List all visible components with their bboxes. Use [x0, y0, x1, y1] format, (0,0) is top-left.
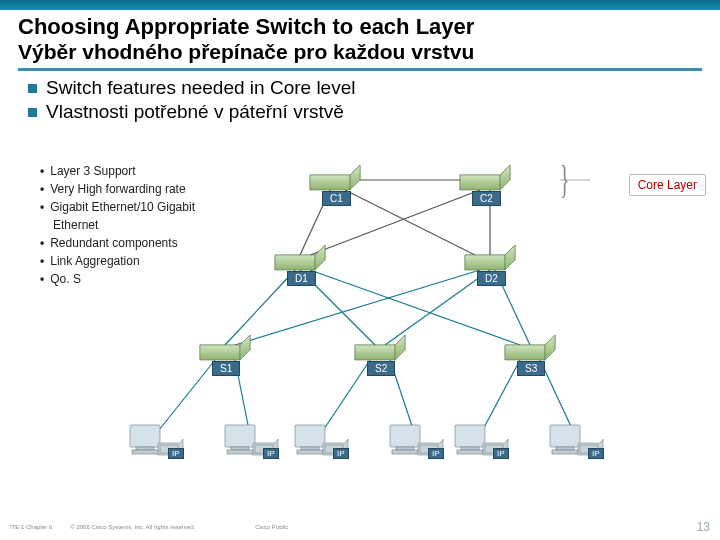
bullet-square-icon [28, 84, 37, 93]
svg-rect-40 [136, 447, 154, 450]
label-ip: IP [493, 448, 509, 459]
switch-icon [310, 165, 360, 190]
svg-marker-25 [275, 255, 315, 270]
svg-marker-29 [505, 245, 515, 270]
label-ip: IP [428, 448, 444, 459]
svg-rect-55 [396, 447, 414, 450]
svg-rect-61 [457, 450, 483, 454]
top-accent-bar [0, 0, 720, 10]
title-block: Choosing Appropriate Switch to each Laye… [0, 10, 720, 66]
svg-marker-32 [240, 335, 250, 360]
svg-marker-28 [465, 255, 505, 270]
svg-marker-19 [310, 175, 350, 190]
svg-marker-35 [395, 335, 405, 360]
label-ip: IP [588, 448, 604, 459]
svg-line-11 [155, 360, 215, 435]
title-english: Choosing Appropriate Switch to each Laye… [18, 14, 702, 40]
brace-icon: } [560, 156, 570, 203]
core-layer-callout: Core Layer [629, 174, 706, 196]
main-bullet-list: Switch features needed in Core level Vla… [0, 77, 720, 123]
svg-rect-66 [552, 450, 578, 454]
svg-marker-22 [460, 175, 500, 190]
footer-left: ITE 1 Chapter 6 [10, 524, 52, 530]
svg-line-16 [540, 360, 575, 435]
svg-line-13 [320, 360, 370, 435]
svg-rect-59 [455, 425, 485, 447]
svg-rect-49 [295, 425, 325, 447]
svg-marker-23 [500, 165, 510, 190]
svg-rect-54 [390, 425, 420, 447]
svg-line-15 [480, 360, 520, 435]
svg-rect-39 [130, 425, 160, 447]
svg-line-5 [225, 270, 295, 345]
svg-marker-38 [545, 335, 555, 360]
label-ip: IP [263, 448, 279, 459]
label-d1: D1 [287, 271, 316, 286]
svg-rect-65 [556, 447, 574, 450]
switch-icon [355, 335, 405, 360]
label-s2: S2 [367, 361, 395, 376]
svg-rect-51 [297, 450, 323, 454]
page-number: 13 [697, 520, 710, 534]
svg-marker-26 [315, 245, 325, 270]
bullet-text-en: Switch features needed in Core level [46, 77, 355, 99]
svg-rect-60 [461, 447, 479, 450]
footer-right: Cisco Public [255, 524, 288, 530]
bullet-row: Vlastnosti potřebné v páteřní vrstvě [28, 101, 698, 123]
svg-rect-44 [225, 425, 255, 447]
label-ip: IP [168, 448, 184, 459]
svg-rect-46 [227, 450, 253, 454]
svg-line-8 [235, 270, 480, 345]
bullet-row: Switch features needed in Core level [28, 77, 698, 99]
svg-marker-34 [355, 345, 395, 360]
switch-icon [275, 245, 325, 270]
svg-rect-56 [392, 450, 418, 454]
label-ip: IP [333, 448, 349, 459]
svg-marker-31 [200, 345, 240, 360]
label-s3: S3 [517, 361, 545, 376]
svg-rect-45 [231, 447, 249, 450]
title-underline [18, 68, 702, 71]
svg-rect-50 [301, 447, 319, 450]
network-diagram: •Layer 3 Support •Very High forwarding r… [0, 150, 720, 500]
bullet-square-icon [28, 108, 37, 117]
slide-footer: ITE 1 Chapter 6 © 2006 Cisco Systems, In… [0, 520, 720, 534]
label-c2: C2 [472, 191, 501, 206]
svg-marker-37 [505, 345, 545, 360]
footer-copyright: © 2006 Cisco Systems, Inc. All rights re… [70, 524, 195, 530]
title-czech: Výběr vhodného přepínače pro každou vrst… [18, 40, 702, 64]
label-d2: D2 [477, 271, 506, 286]
topology-svg [0, 150, 720, 500]
switch-icon [460, 165, 510, 190]
svg-line-9 [385, 270, 490, 345]
svg-rect-41 [132, 450, 158, 454]
label-s1: S1 [212, 361, 240, 376]
svg-rect-64 [550, 425, 580, 447]
bullet-text-cs: Vlastnosti potřebné v páteřní vrstvě [46, 101, 344, 123]
svg-marker-20 [350, 165, 360, 190]
switch-icon [505, 335, 555, 360]
label-c1: C1 [322, 191, 351, 206]
switch-icon [200, 335, 250, 360]
